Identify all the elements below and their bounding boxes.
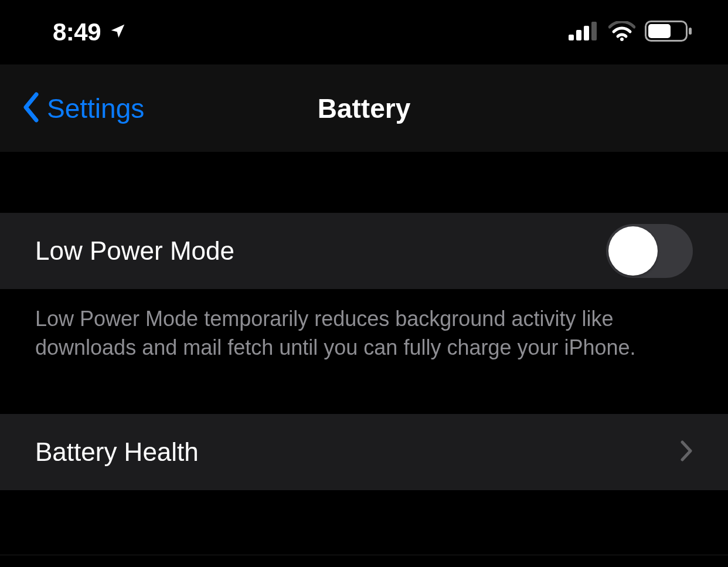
status-time: 8:49 <box>53 18 101 46</box>
low-power-mode-footer: Low Power Mode temporarily reduces backg… <box>0 290 728 362</box>
svg-rect-6 <box>648 24 671 38</box>
battery-health-label: Battery Health <box>35 437 199 467</box>
svg-rect-7 <box>689 28 692 35</box>
svg-point-4 <box>620 38 624 41</box>
svg-rect-3 <box>591 22 597 40</box>
nav-bar: Settings Battery <box>0 64 728 152</box>
low-power-mode-label: Low Power Mode <box>35 236 234 266</box>
wifi-icon <box>608 21 635 43</box>
chevron-left-icon <box>21 92 40 125</box>
spacer <box>0 555 728 567</box>
back-button[interactable]: Settings <box>21 92 144 125</box>
status-bar: 8:49 <box>0 0 728 64</box>
status-right <box>569 21 693 44</box>
spacer <box>0 362 728 413</box>
low-power-mode-row[interactable]: Low Power Mode <box>0 212 728 290</box>
svg-rect-2 <box>584 26 589 40</box>
svg-rect-1 <box>576 30 581 40</box>
status-left: 8:49 <box>53 18 127 46</box>
svg-rect-0 <box>569 35 574 40</box>
location-arrow-icon <box>109 22 127 42</box>
low-power-mode-toggle[interactable] <box>606 224 693 278</box>
spacer <box>0 152 728 212</box>
cellular-signal-icon <box>569 22 599 43</box>
chevron-right-icon <box>680 440 693 464</box>
toggle-knob <box>608 226 658 276</box>
battery-icon <box>645 21 693 44</box>
spacer <box>0 491 728 555</box>
battery-health-row[interactable]: Battery Health <box>0 413 728 491</box>
back-label: Settings <box>47 93 144 124</box>
